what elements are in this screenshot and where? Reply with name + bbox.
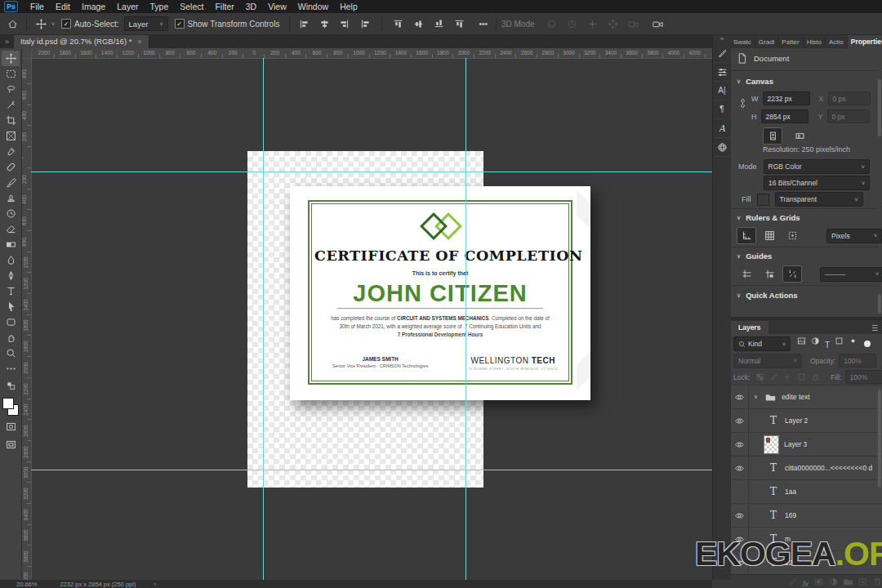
tab-collapse-icon[interactable]: » [5, 38, 9, 46]
layers-panel-menu-icon[interactable]: ☰ [871, 324, 882, 334]
new-adjustment-layer-icon[interactable] [829, 577, 838, 586]
visibility-toggle[interactable] [730, 433, 749, 456]
tab-actio[interactable]: Actio [826, 36, 848, 48]
layer-name[interactable]: edite text [782, 393, 810, 401]
type-tool-icon[interactable] [2, 283, 20, 299]
layer-name[interactable]: 1aa [785, 488, 796, 496]
quick-selection-tool-icon[interactable] [2, 97, 20, 113]
lock-artboard-icon[interactable] [797, 372, 806, 381]
align-horizontal-centers-icon[interactable] [315, 16, 333, 32]
add-guides-icon[interactable] [737, 265, 756, 283]
guide-style-dropdown[interactable]: ———˅ [820, 267, 882, 282]
rectangle-tool-icon[interactable] [2, 314, 20, 330]
new-group-icon[interactable] [844, 577, 853, 586]
canvas-section-header[interactable]: ∨Canvas [737, 77, 773, 86]
align-left-edges-icon[interactable] [295, 16, 313, 32]
menu-window[interactable]: Window [292, 1, 334, 12]
tab-layers[interactable]: Layers [730, 321, 768, 334]
visibility-toggle[interactable] [730, 480, 749, 503]
lasso-tool-icon[interactable] [2, 82, 20, 97]
adjustment-layer-filter-icon[interactable] [811, 336, 820, 351]
rulers-toggle-icon[interactable] [737, 227, 756, 244]
tab-gradi[interactable]: Gradi [755, 36, 779, 48]
snap-toggle-icon[interactable] [782, 227, 802, 244]
brush-tool-icon[interactable] [2, 175, 20, 190]
layer-row[interactable]: T1aa [730, 480, 882, 504]
move-tool-icon[interactable] [2, 51, 20, 66]
blur-tool-icon[interactable] [2, 252, 20, 268]
tab-properties[interactable]: Properties [848, 35, 882, 48]
move-tool-preset-icon[interactable] [32, 16, 50, 32]
quick-mask-icon[interactable] [2, 419, 20, 434]
gradient-tool-icon[interactable] [2, 237, 20, 252]
lock-image-pixels-icon[interactable] [769, 372, 778, 381]
quick-actions-scrollbar[interactable] [878, 294, 881, 314]
certificate-artwork[interactable]: CERTIFICATE OF COMPLETION This is to cer… [290, 186, 590, 400]
camera-icon[interactable] [649, 16, 667, 32]
link-dimensions-icon[interactable] [737, 98, 748, 109]
filter-toggle-icon[interactable] [864, 341, 871, 347]
layer-filter-dropdown[interactable]: Kind ˅ [733, 336, 791, 351]
pen-tool-icon[interactable] [2, 268, 20, 283]
guide-horizontal[interactable] [31, 470, 712, 470]
layer-name[interactable]: citta0000000...<<<<<<<<0 d [785, 464, 872, 472]
show-transform-checkbox[interactable]: ✓ [175, 19, 185, 29]
auto-select-checkbox[interactable]: ✓ [61, 19, 71, 29]
menu-help[interactable]: Help [334, 1, 363, 12]
spot-healing-brush-tool-icon[interactable] [2, 159, 20, 175]
strip-collapse-icon[interactable]: » [720, 34, 724, 44]
menu-select[interactable]: Select [174, 1, 209, 12]
distribute-bottom-edges-icon[interactable] [431, 15, 448, 33]
menu-view[interactable]: View [262, 1, 292, 12]
guide-vertical[interactable] [466, 58, 466, 580]
paragraph-panel-icon[interactable]: ¶ [714, 100, 730, 119]
shape-layer-filter-icon[interactable] [835, 336, 844, 351]
layer-name[interactable]: 169 [785, 511, 796, 519]
zoom-tool-icon[interactable] [2, 345, 20, 361]
distribute-top-edges-icon[interactable] [390, 15, 407, 33]
visibility-toggle[interactable] [730, 504, 749, 527]
ruler-units-dropdown[interactable]: Pixels˅ [826, 229, 882, 243]
width-field[interactable]: 2232 px [763, 91, 810, 105]
fill-swatch[interactable] [757, 194, 769, 206]
align-right-edges-icon[interactable] [336, 16, 354, 32]
default-colors-icon[interactable] [2, 378, 20, 394]
orientation-portrait-button[interactable] [763, 127, 782, 145]
layer-row[interactable]: T169 [730, 504, 882, 528]
eraser-tool-icon[interactable] [2, 221, 20, 237]
clone-source-panel-icon[interactable] [714, 63, 730, 82]
grid-toggle-icon[interactable] [760, 227, 779, 244]
layer-row[interactable]: ∨edite text [730, 385, 882, 409]
clear-guides-icon[interactable] [782, 265, 802, 283]
menu-layer[interactable]: Layer [111, 1, 144, 12]
layer-row[interactable]: Tcitta0000000...<<<<<<<<0 d [730, 457, 882, 480]
align-bottom-edges-icon[interactable] [356, 16, 374, 32]
height-field[interactable]: 2854 px [761, 109, 808, 123]
visibility-toggle[interactable] [730, 409, 749, 432]
guides-section-header[interactable]: ∨Guides [737, 252, 772, 261]
tab-histo[interactable]: Histo [804, 36, 826, 48]
rectangular-marquee-tool-icon[interactable] [2, 66, 20, 82]
add-layer-mask-icon[interactable] [814, 577, 823, 586]
guide-layout-icon[interactable] [760, 265, 779, 283]
menu-image[interactable]: Image [76, 1, 111, 12]
layer-row[interactable]: Layer 3 [730, 433, 882, 457]
status-options-icon[interactable]: › [154, 581, 156, 588]
tab-patter[interactable]: Patter [778, 36, 803, 48]
3d-panel-icon[interactable] [714, 138, 730, 157]
foreground-color-swatch[interactable] [2, 398, 14, 409]
tab-close-icon[interactable]: × [137, 38, 141, 46]
more-options-icon[interactable]: ••• [479, 20, 488, 29]
fill-dropdown[interactable]: Transparent˅ [775, 192, 863, 207]
distribute-left-edges-icon[interactable] [452, 15, 468, 33]
menu-filter[interactable]: Filter [209, 1, 239, 12]
menu-file[interactable]: File [24, 1, 50, 12]
layer-row[interactable]: TLayer 2 [730, 409, 882, 433]
brush-settings-panel-icon[interactable] [714, 44, 730, 63]
guide-horizontal[interactable] [31, 172, 712, 172]
vertical-ruler[interactable]: 8006004002000200400600800100012001400160… [21, 58, 32, 580]
hand-tool-icon[interactable] [2, 330, 20, 345]
layer-name[interactable]: Layer 2 [785, 416, 808, 425]
delete-layer-icon[interactable] [873, 577, 882, 586]
link-layers-icon[interactable] [788, 577, 797, 586]
